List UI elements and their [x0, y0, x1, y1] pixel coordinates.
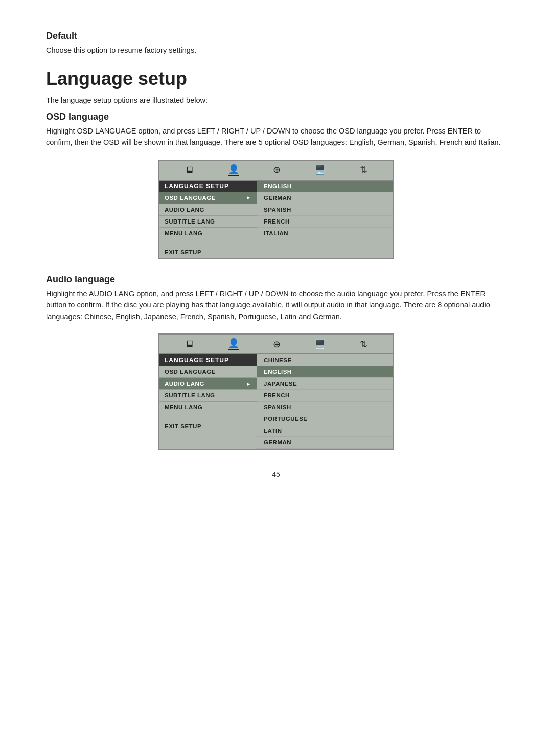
osd-menu-diagram: 🖥 👤 ⊕ 🖥️ ⇅ LANGUAGE SETUP OSD LANGUAGE ►…: [46, 160, 506, 259]
menu-right-osd: ENGLISH GERMAN SPANISH FRENCH ITALIAN: [257, 181, 393, 258]
osd-lang-arrow: ►: [246, 195, 251, 201]
default-description: Choose this option to resume factory set…: [46, 45, 506, 56]
menu-right-spanish: SPANISH: [257, 204, 393, 216]
osd-language-section: OSD language Highlight OSD LANGUAGE opti…: [46, 112, 506, 148]
default-section: Default Choose this option to resume fac…: [46, 31, 506, 56]
person-icon: 👤: [228, 164, 239, 176]
menu-item-subtitle-lang-2: SUBTITLE LANG: [159, 390, 257, 402]
menu-right-spanish-2: SPANISH: [257, 402, 393, 413]
menu-right-french: FRENCH: [257, 216, 393, 228]
monitor-icon: 🖥: [185, 165, 194, 175]
menu-right-audio: CHINESE ENGLISH JAPANESE FRENCH SPANISH …: [257, 354, 393, 449]
menu-item-osd-lang: OSD LANGUAGE ►: [159, 192, 257, 204]
menu-topbar-osd: 🖥 👤 ⊕ 🖥️ ⇅: [159, 161, 393, 181]
menu-right-english: ENGLISH: [257, 181, 393, 192]
menu-right-italian: ITALIAN: [257, 228, 393, 239]
menu-section-title-osd: LANGUAGE SETUP: [159, 181, 257, 192]
page-title: Language setup: [46, 68, 506, 90]
menu-item-menu-lang-label: MENU LANG: [165, 230, 202, 236]
tv-icon-2: 🖥️: [314, 339, 326, 350]
audio-language-heading: Audio language: [46, 274, 506, 285]
menu-item-audio-lang: AUDIO LANG: [159, 204, 257, 216]
audio-language-section: Audio language Highlight the AUDIO LANG …: [46, 274, 506, 322]
default-heading: Default: [46, 31, 506, 41]
menu-item-exit-setup-2: EXIT SETUP: [159, 420, 257, 432]
audio-language-description: Highlight the AUDIO LANG option, and pre…: [46, 288, 506, 322]
menu-left-osd: LANGUAGE SETUP OSD LANGUAGE ► AUDIO LANG…: [159, 181, 257, 258]
menu-right-portuguese: PORTUGUESE: [257, 413, 393, 425]
menu-item-exit-setup: EXIT SETUP: [159, 247, 257, 258]
target-icon-2: ⊕: [273, 339, 281, 350]
menu-right-german-2: GERMAN: [257, 437, 393, 449]
menu-box-osd: 🖥 👤 ⊕ 🖥️ ⇅ LANGUAGE SETUP OSD LANGUAGE ►…: [158, 160, 394, 259]
menu-item-subtitle-lang-label: SUBTITLE LANG: [165, 218, 215, 225]
menu-left-audio: LANGUAGE SETUP OSD LANGUAGE AUDIO LANG ►…: [159, 354, 257, 449]
menu-right-chinese: CHINESE: [257, 354, 393, 366]
osd-language-heading: OSD language: [46, 112, 506, 122]
menu-topbar-audio: 🖥 👤 ⊕ 🖥️ ⇅: [159, 335, 393, 354]
menu-item-osd-lang-label-2: OSD LANGUAGE: [165, 369, 216, 375]
person-icon-2: 👤: [228, 338, 239, 350]
menu-item-subtitle-lang: SUBTITLE LANG: [159, 216, 257, 228]
menu-right-english-2: ENGLISH: [257, 366, 393, 378]
menu-item-osd-lang-label: OSD LANGUAGE: [165, 195, 216, 201]
menu-item-menu-lang-2: MENU LANG: [159, 402, 257, 413]
menu-right-latin: LATIN: [257, 425, 393, 437]
exit-setup-label-2: EXIT SETUP: [165, 423, 201, 429]
menu-body-audio: LANGUAGE SETUP OSD LANGUAGE AUDIO LANG ►…: [159, 354, 393, 449]
page-number: 45: [46, 470, 506, 478]
target-icon: ⊕: [273, 164, 281, 175]
osd-language-description: Highlight OSD LANGUAGE option, and press…: [46, 125, 506, 148]
bars-icon: ⇅: [360, 164, 367, 175]
audio-menu-diagram: 🖥 👤 ⊕ 🖥️ ⇅ LANGUAGE SETUP OSD LANGUAGE A…: [46, 333, 506, 450]
menu-right-french-2: FRENCH: [257, 390, 393, 402]
menu-item-audio-lang-label: AUDIO LANG: [165, 207, 204, 213]
menu-item-osd-lang-2: OSD LANGUAGE: [159, 366, 257, 378]
menu-item-audio-lang-label-2: AUDIO LANG: [165, 381, 204, 387]
tv-icon: 🖥️: [314, 164, 326, 175]
exit-setup-label: EXIT SETUP: [165, 249, 201, 255]
language-setup-intro: The language setup options are illustrat…: [46, 95, 506, 106]
menu-right-japanese: JAPANESE: [257, 378, 393, 390]
menu-item-audio-lang-2: AUDIO LANG ►: [159, 378, 257, 390]
menu-body-osd: LANGUAGE SETUP OSD LANGUAGE ► AUDIO LANG…: [159, 181, 393, 258]
menu-item-subtitle-lang-label-2: SUBTITLE LANG: [165, 392, 215, 398]
menu-item-menu-lang: MENU LANG: [159, 228, 257, 239]
bars-icon-2: ⇅: [360, 339, 367, 350]
menu-section-title-audio: LANGUAGE SETUP: [159, 354, 257, 366]
menu-right-german: GERMAN: [257, 192, 393, 204]
menu-item-menu-lang-label-2: MENU LANG: [165, 404, 202, 410]
menu-box-audio: 🖥 👤 ⊕ 🖥️ ⇅ LANGUAGE SETUP OSD LANGUAGE A…: [158, 333, 394, 450]
audio-lang-arrow: ►: [246, 381, 251, 387]
monitor-icon-2: 🖥: [185, 339, 194, 349]
